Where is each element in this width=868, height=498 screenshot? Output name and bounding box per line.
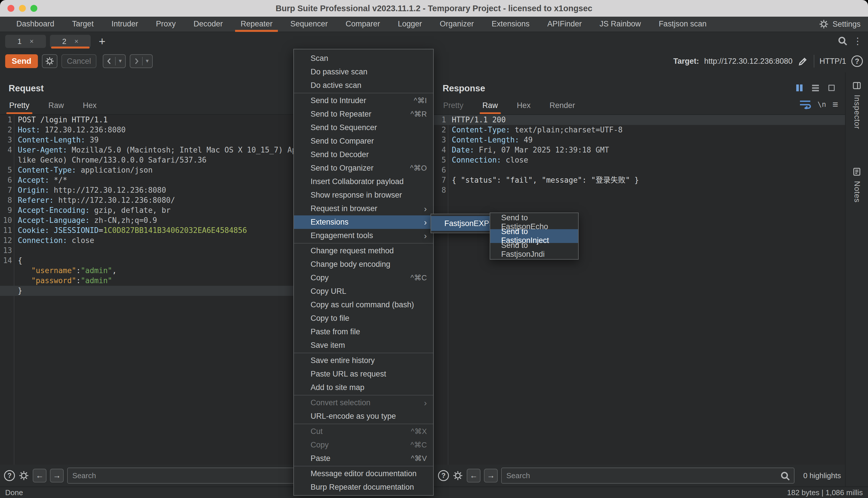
line-number: 9 [0, 205, 12, 215]
menu-item-url-encode-as-you-type[interactable]: URL-encode as you type [294, 409, 433, 423]
menu-item-change-request-method[interactable]: Change request method [294, 244, 433, 258]
nav-tab-organizer[interactable]: Organizer [431, 16, 483, 32]
dropdown-caret-icon[interactable]: ▼ [145, 58, 150, 64]
forward-button[interactable]: ▼ [130, 54, 153, 68]
nav-tab-fastjson-scan[interactable]: Fastjson scan [650, 16, 716, 32]
menu-item-convert-selection[interactable]: Convert selection› [294, 396, 433, 409]
menu-item-scan[interactable]: Scan [294, 52, 433, 65]
submenu-arrow-icon: › [424, 398, 427, 408]
add-tab-button[interactable]: + [99, 35, 105, 48]
hamburger-menu-icon[interactable]: ≡ [832, 100, 838, 109]
menu-item-send-to-repeater[interactable]: Send to Repeater^⌘R [294, 107, 433, 121]
menu-item-send-to-comparer[interactable]: Send to Comparer [294, 134, 433, 148]
menu-item-change-body-encoding[interactable]: Change body encoding [294, 258, 433, 271]
view-tab-hex[interactable]: Hex [517, 101, 531, 110]
menu-item-show-response-in-browser[interactable]: Show response in browser [294, 188, 433, 202]
columns-layout-button[interactable] [793, 82, 806, 94]
notes-tab[interactable]: Notes [845, 167, 868, 203]
menu-item-extensions[interactable]: Extensions› [294, 215, 433, 229]
view-tab-hex[interactable]: Hex [83, 101, 97, 110]
menu-item-engagement-tools[interactable]: Engagement tools› [294, 229, 433, 243]
nav-tab-repeater[interactable]: Repeater [232, 16, 281, 32]
nav-tab-extensions[interactable]: Extensions [483, 16, 539, 32]
nav-tab-decoder[interactable]: Decoder [185, 16, 232, 32]
menu-item-copy-url[interactable]: Copy URL [294, 285, 433, 298]
nav-tab-dashboard[interactable]: Dashboard [8, 16, 63, 32]
view-tab-raw[interactable]: Raw [483, 101, 498, 110]
search-icon[interactable] [838, 36, 848, 46]
word-wrap-icon[interactable] [799, 100, 811, 109]
menu-item-send-to-fastjsonjndi[interactable]: Send to FastjsonJndi [490, 243, 578, 257]
view-tab-raw[interactable]: Raw [49, 101, 64, 110]
menu-item-save-entire-history[interactable]: Save entire history [294, 354, 433, 367]
edit-pencil-icon[interactable] [798, 56, 809, 67]
prev-match-button[interactable]: ← [467, 469, 480, 483]
help-icon[interactable]: ? [4, 470, 15, 481]
maximize-window-icon[interactable] [30, 5, 37, 12]
nav-tab-js-rainbow[interactable]: JS Rainbow [591, 16, 650, 32]
newline-toggle[interactable]: \n [817, 100, 826, 108]
view-tab-render[interactable]: Render [550, 101, 575, 110]
close-window-icon[interactable] [8, 5, 14, 12]
menu-item-send-to-decoder[interactable]: Send to Decoder [294, 148, 433, 161]
nav-tab-apifinder[interactable]: APIFinder [539, 16, 591, 32]
dropdown-caret-icon[interactable]: ▼ [118, 58, 123, 64]
response-editor[interactable]: 1HTTP/1.1 2002Content-Type: text/plain;c… [434, 114, 845, 465]
close-tab-icon[interactable]: × [74, 37, 78, 45]
send-settings-button[interactable] [42, 54, 57, 68]
session-tab-label: 1 [17, 37, 22, 46]
next-match-button[interactable]: → [50, 469, 64, 483]
help-icon[interactable]: ? [851, 55, 863, 67]
gear-icon[interactable] [452, 470, 463, 481]
menu-item-copy[interactable]: Copy^⌘C [294, 271, 433, 285]
menu-item-do-passive-scan[interactable]: Do passive scan [294, 65, 433, 79]
menu-item-insert-collaborator-payload[interactable]: Insert Collaborator payload [294, 175, 433, 188]
nav-tab-sequencer[interactable]: Sequencer [281, 16, 337, 32]
menu-item-copy-as-curl-command-bash[interactable]: Copy as curl command (bash) [294, 298, 433, 312]
nav-tab-comparer[interactable]: Comparer [337, 16, 389, 32]
rows-layout-button[interactable] [809, 82, 822, 94]
menu-item-message-editor-documentation[interactable]: Message editor documentation [294, 467, 433, 481]
session-tab-2[interactable]: 2× [50, 35, 91, 48]
session-tab-1[interactable]: 1× [5, 35, 46, 48]
menu-item-send-to-sequencer[interactable]: Send to Sequencer [294, 121, 433, 134]
gear-icon[interactable] [18, 470, 29, 481]
next-match-button[interactable]: → [484, 469, 498, 483]
close-tab-icon[interactable]: × [30, 37, 33, 45]
menu-item-burp-repeater-documentation[interactable]: Burp Repeater documentation [294, 481, 433, 494]
nav-tab-logger[interactable]: Logger [389, 16, 431, 32]
menu-item-add-to-site-map[interactable]: Add to site map [294, 381, 433, 394]
search-input[interactable] [501, 468, 795, 484]
menu-item-paste-url-as-request[interactable]: Paste URL as request [294, 367, 433, 381]
divider [115, 57, 116, 65]
line-number: 6 [0, 175, 12, 185]
notes-icon [852, 167, 862, 176]
minimize-window-icon[interactable] [19, 5, 26, 12]
menu-item-paste-from-file[interactable]: Paste from file [294, 325, 433, 339]
nav-tab-target[interactable]: Target [63, 16, 103, 32]
nav-tab-proxy[interactable]: Proxy [147, 16, 185, 32]
menu-item-cut[interactable]: Cut^⌘X [294, 425, 433, 438]
single-layout-button[interactable] [825, 82, 838, 94]
menu-item-send-to-intruder[interactable]: Send to Intruder^⌘I [294, 94, 433, 107]
kebab-menu-icon[interactable]: ⋮ [853, 36, 862, 47]
inspector-tab[interactable]: Inspector [845, 81, 868, 129]
nav-tab-intruder[interactable]: Intruder [103, 16, 147, 32]
send-button[interactable]: Send [5, 54, 38, 68]
view-tab-pretty[interactable]: Pretty [9, 101, 30, 110]
menu-item-request-in-browser[interactable]: Request in browser› [294, 202, 433, 215]
settings-button[interactable]: Settings [819, 19, 860, 29]
menu-item-copy-to-file[interactable]: Copy to file [294, 312, 433, 325]
menu-item-do-active-scan[interactable]: Do active scan [294, 79, 433, 92]
cancel-button[interactable]: Cancel [62, 54, 96, 68]
prev-match-button[interactable]: ← [33, 469, 46, 483]
menu-item-copy[interactable]: Copy^⌘C [294, 438, 433, 452]
back-button[interactable]: ▼ [103, 54, 126, 68]
view-tab-pretty[interactable]: Pretty [443, 101, 464, 110]
menu-item-save-item[interactable]: Save item [294, 339, 433, 352]
menu-item-send-to-organizer[interactable]: Send to Organizer^⌘O [294, 161, 433, 175]
menu-item-paste[interactable]: Paste^⌘V [294, 452, 433, 465]
help-icon[interactable]: ? [438, 470, 449, 481]
menu-item-fastjsonexp[interactable]: FastjsonEXP› [431, 216, 490, 231]
http-version-selector[interactable]: HTTP/1 [819, 57, 846, 66]
